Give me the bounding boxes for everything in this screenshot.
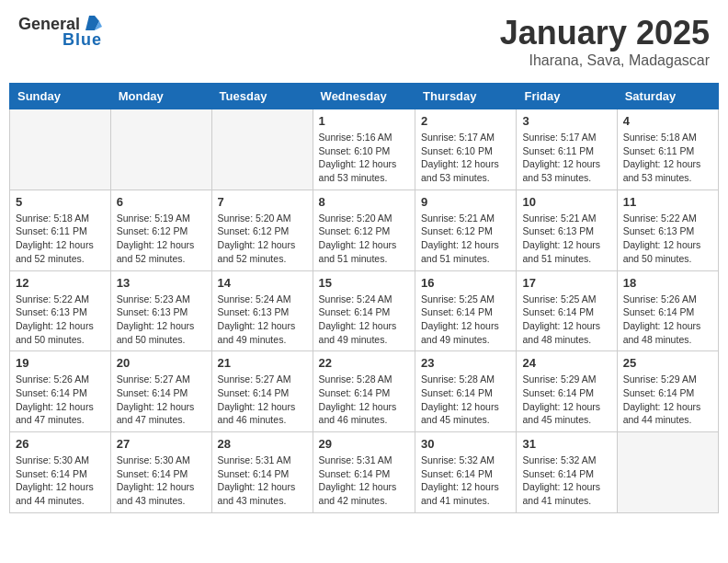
day-number: 28	[218, 437, 307, 451]
day-number: 10	[522, 195, 610, 209]
calendar-day-cell: 23Sunrise: 5:28 AMSunset: 6:14 PMDayligh…	[415, 351, 517, 432]
day-number: 6	[117, 195, 206, 209]
day-info: Sunrise: 5:20 AMSunset: 6:12 PMDaylight:…	[319, 212, 409, 266]
day-info: Sunrise: 5:29 AMSunset: 6:14 PMDaylight:…	[623, 373, 712, 427]
day-number: 4	[623, 114, 712, 128]
day-info: Sunrise: 5:29 AMSunset: 6:14 PMDaylight:…	[522, 373, 610, 427]
weekday-header: Sunday	[10, 84, 111, 109]
calendar-day-cell: 1Sunrise: 5:16 AMSunset: 6:10 PMDaylight…	[313, 109, 415, 190]
day-number: 23	[421, 356, 510, 370]
day-number: 13	[117, 276, 206, 290]
day-info: Sunrise: 5:27 AMSunset: 6:14 PMDaylight:…	[117, 373, 206, 427]
day-info: Sunrise: 5:27 AMSunset: 6:14 PMDaylight:…	[218, 373, 307, 427]
day-info: Sunrise: 5:30 AMSunset: 6:14 PMDaylight:…	[16, 454, 105, 508]
calendar-day-cell: 22Sunrise: 5:28 AMSunset: 6:14 PMDayligh…	[313, 351, 415, 432]
day-info: Sunrise: 5:24 AMSunset: 6:14 PMDaylight:…	[319, 293, 409, 347]
day-info: Sunrise: 5:22 AMSunset: 6:13 PMDaylight:…	[623, 212, 712, 266]
day-number: 8	[319, 195, 409, 209]
day-info: Sunrise: 5:17 AMSunset: 6:10 PMDaylight:…	[421, 131, 510, 185]
calendar-day-cell: 7Sunrise: 5:20 AMSunset: 6:12 PMDaylight…	[211, 190, 313, 270]
logo-blue: Blue	[63, 30, 102, 50]
day-info: Sunrise: 5:26 AMSunset: 6:14 PMDaylight:…	[16, 373, 105, 427]
day-number: 19	[16, 356, 105, 370]
day-number: 11	[623, 195, 712, 209]
day-number: 12	[16, 276, 105, 290]
calendar-week-row: 5Sunrise: 5:18 AMSunset: 6:11 PMDaylight…	[10, 190, 719, 270]
calendar-day-cell: 12Sunrise: 5:22 AMSunset: 6:13 PMDayligh…	[10, 270, 111, 351]
calendar-day-cell: 8Sunrise: 5:20 AMSunset: 6:12 PMDaylight…	[313, 190, 415, 270]
calendar-day-cell: 28Sunrise: 5:31 AMSunset: 6:14 PMDayligh…	[211, 432, 313, 513]
day-info: Sunrise: 5:30 AMSunset: 6:14 PMDaylight:…	[117, 454, 206, 508]
day-number: 14	[218, 276, 307, 290]
weekday-header: Monday	[110, 84, 211, 109]
weekday-header: Saturday	[617, 84, 718, 109]
day-info: Sunrise: 5:24 AMSunset: 6:13 PMDaylight:…	[218, 293, 307, 347]
calendar-day-cell: 19Sunrise: 5:26 AMSunset: 6:14 PMDayligh…	[10, 351, 111, 432]
calendar-day-cell	[110, 109, 211, 190]
day-number: 31	[522, 437, 610, 451]
weekday-header: Wednesday	[313, 84, 415, 109]
day-info: Sunrise: 5:23 AMSunset: 6:13 PMDaylight:…	[117, 293, 206, 347]
calendar-day-cell: 16Sunrise: 5:25 AMSunset: 6:14 PMDayligh…	[415, 270, 517, 351]
day-info: Sunrise: 5:20 AMSunset: 6:12 PMDaylight:…	[218, 212, 307, 266]
calendar-day-cell: 9Sunrise: 5:21 AMSunset: 6:12 PMDaylight…	[415, 190, 517, 270]
calendar-day-cell: 30Sunrise: 5:32 AMSunset: 6:14 PMDayligh…	[415, 432, 517, 513]
day-number: 22	[319, 356, 409, 370]
day-number: 25	[623, 356, 712, 370]
calendar-week-row: 1Sunrise: 5:16 AMSunset: 6:10 PMDaylight…	[10, 109, 719, 190]
calendar-day-cell: 5Sunrise: 5:18 AMSunset: 6:11 PMDaylight…	[10, 190, 111, 270]
calendar-day-cell: 4Sunrise: 5:18 AMSunset: 6:11 PMDaylight…	[617, 109, 718, 190]
day-info: Sunrise: 5:21 AMSunset: 6:12 PMDaylight:…	[421, 212, 510, 266]
day-number: 26	[16, 437, 105, 451]
day-number: 1	[319, 114, 409, 128]
day-info: Sunrise: 5:31 AMSunset: 6:14 PMDaylight:…	[218, 454, 307, 508]
calendar-day-cell	[10, 109, 111, 190]
day-info: Sunrise: 5:31 AMSunset: 6:14 PMDaylight:…	[319, 454, 409, 508]
calendar-day-cell: 11Sunrise: 5:22 AMSunset: 6:13 PMDayligh…	[617, 190, 718, 270]
calendar-day-cell: 29Sunrise: 5:31 AMSunset: 6:14 PMDayligh…	[313, 432, 415, 513]
logo: General Blue	[18, 14, 102, 50]
weekday-header-row: SundayMondayTuesdayWednesdayThursdayFrid…	[10, 84, 719, 109]
day-info: Sunrise: 5:18 AMSunset: 6:11 PMDaylight:…	[16, 212, 105, 266]
day-number: 21	[218, 356, 307, 370]
calendar-title: January 2025	[500, 14, 710, 52]
calendar-table: SundayMondayTuesdayWednesdayThursdayFrid…	[9, 83, 719, 513]
calendar-day-cell: 31Sunrise: 5:32 AMSunset: 6:14 PMDayligh…	[517, 432, 617, 513]
day-number: 20	[117, 356, 206, 370]
day-number: 15	[319, 276, 409, 290]
day-number: 24	[522, 356, 610, 370]
calendar-day-cell: 17Sunrise: 5:25 AMSunset: 6:14 PMDayligh…	[517, 270, 617, 351]
weekday-header: Thursday	[415, 84, 517, 109]
day-number: 2	[421, 114, 510, 128]
day-info: Sunrise: 5:21 AMSunset: 6:13 PMDaylight:…	[522, 212, 610, 266]
calendar-day-cell: 21Sunrise: 5:27 AMSunset: 6:14 PMDayligh…	[211, 351, 313, 432]
day-info: Sunrise: 5:19 AMSunset: 6:12 PMDaylight:…	[117, 212, 206, 266]
page-header: General Blue January 2025 Iharana, Sava,…	[9, 9, 719, 74]
day-number: 30	[421, 437, 510, 451]
day-number: 7	[218, 195, 307, 209]
day-info: Sunrise: 5:28 AMSunset: 6:14 PMDaylight:…	[319, 373, 409, 427]
day-number: 18	[623, 276, 712, 290]
day-number: 5	[16, 195, 105, 209]
day-number: 27	[117, 437, 206, 451]
day-number: 17	[522, 276, 610, 290]
calendar-day-cell: 27Sunrise: 5:30 AMSunset: 6:14 PMDayligh…	[110, 432, 211, 513]
calendar-day-cell	[211, 109, 313, 190]
day-info: Sunrise: 5:32 AMSunset: 6:14 PMDaylight:…	[522, 454, 610, 508]
calendar-week-row: 12Sunrise: 5:22 AMSunset: 6:13 PMDayligh…	[10, 270, 719, 351]
calendar-day-cell: 2Sunrise: 5:17 AMSunset: 6:10 PMDaylight…	[415, 109, 517, 190]
day-number: 16	[421, 276, 510, 290]
calendar-day-cell: 18Sunrise: 5:26 AMSunset: 6:14 PMDayligh…	[617, 270, 718, 351]
calendar-day-cell: 26Sunrise: 5:30 AMSunset: 6:14 PMDayligh…	[10, 432, 111, 513]
calendar-day-cell	[617, 432, 718, 513]
weekday-header: Tuesday	[211, 84, 313, 109]
calendar-day-cell: 10Sunrise: 5:21 AMSunset: 6:13 PMDayligh…	[517, 190, 617, 270]
calendar-day-cell: 13Sunrise: 5:23 AMSunset: 6:13 PMDayligh…	[110, 270, 211, 351]
calendar-day-cell: 14Sunrise: 5:24 AMSunset: 6:13 PMDayligh…	[211, 270, 313, 351]
calendar-day-cell: 6Sunrise: 5:19 AMSunset: 6:12 PMDaylight…	[110, 190, 211, 270]
day-number: 9	[421, 195, 510, 209]
day-info: Sunrise: 5:32 AMSunset: 6:14 PMDaylight:…	[421, 454, 510, 508]
calendar-day-cell: 20Sunrise: 5:27 AMSunset: 6:14 PMDayligh…	[110, 351, 211, 432]
calendar-week-row: 19Sunrise: 5:26 AMSunset: 6:14 PMDayligh…	[10, 351, 719, 432]
day-info: Sunrise: 5:26 AMSunset: 6:14 PMDaylight:…	[623, 293, 712, 347]
